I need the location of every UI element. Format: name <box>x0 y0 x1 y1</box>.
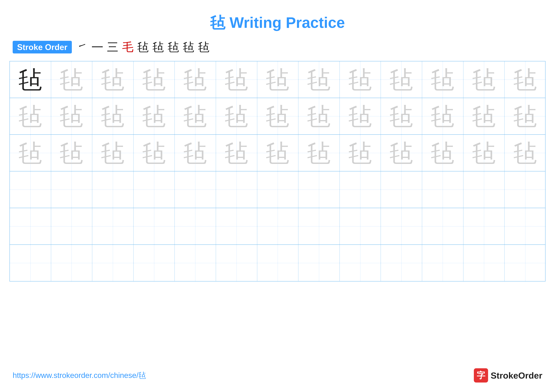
grid-cell-2-3[interactable]: 毡 <box>92 98 133 134</box>
grid-cell-5-9[interactable] <box>340 208 381 244</box>
grid-cell-1-1[interactable]: 毡 <box>10 61 51 98</box>
grid-cell-1-9[interactable]: 毡 <box>340 61 381 98</box>
char-display: 毡 <box>60 104 83 128</box>
page-title: 毡 Writing Practice <box>0 0 555 40</box>
char-display: 毡 <box>60 68 83 91</box>
grid-cell-4-1[interactable] <box>10 171 51 208</box>
grid-cell-3-7[interactable]: 毡 <box>257 135 299 171</box>
grid-cell-6-3[interactable] <box>92 245 133 281</box>
grid-cell-5-10[interactable] <box>381 208 422 244</box>
grid-cell-1-12[interactable]: 毡 <box>463 61 505 98</box>
grid-cell-5-12[interactable] <box>463 208 505 244</box>
grid-cell-2-9[interactable]: 毡 <box>340 98 381 134</box>
grid-cell-3-11[interactable]: 毡 <box>422 135 463 171</box>
grid-cell-1-13[interactable]: 毡 <box>504 61 546 98</box>
grid-cell-6-10[interactable] <box>381 245 422 281</box>
grid-cell-4-5[interactable] <box>175 171 216 208</box>
grid-cell-2-7[interactable]: 毡 <box>257 98 299 134</box>
char-display: 毡 <box>389 104 413 128</box>
grid-cell-3-9[interactable]: 毡 <box>340 135 381 171</box>
grid-cell-4-4[interactable] <box>133 171 175 208</box>
grid-cell-3-2[interactable]: 毡 <box>51 135 92 171</box>
grid-cell-4-2[interactable] <box>51 171 92 208</box>
char-display: 毡 <box>431 68 454 91</box>
grid-cell-4-9[interactable] <box>340 171 381 208</box>
grid-row-5 <box>10 208 545 245</box>
grid-cell-3-12[interactable]: 毡 <box>463 135 505 171</box>
grid-cell-1-10[interactable]: 毡 <box>381 61 422 98</box>
grid-cell-5-11[interactable] <box>422 208 463 244</box>
grid-cell-4-7[interactable] <box>257 171 299 208</box>
stroke-4: 毛 <box>122 40 133 55</box>
grid-cell-5-1[interactable] <box>10 208 51 244</box>
grid-cell-6-1[interactable] <box>10 245 51 281</box>
grid-cell-6-11[interactable] <box>422 245 463 281</box>
grid-cell-2-1[interactable]: 毡 <box>10 98 51 134</box>
char-display: 毡 <box>472 68 496 91</box>
grid-cell-5-5[interactable] <box>175 208 216 244</box>
grid-cell-1-2[interactable]: 毡 <box>51 61 92 98</box>
grid-cell-6-9[interactable] <box>340 245 381 281</box>
char-display: 毡 <box>101 104 125 128</box>
grid-cell-6-5[interactable] <box>175 245 216 281</box>
grid-cell-1-3[interactable]: 毡 <box>92 61 133 98</box>
grid-cell-6-6[interactable] <box>216 245 257 281</box>
grid-cell-5-2[interactable] <box>51 208 92 244</box>
char-display: 毡 <box>348 104 372 128</box>
stroke-6: 毡 <box>153 40 164 55</box>
stroke-9: 毡 <box>198 40 210 55</box>
grid-cell-4-12[interactable] <box>463 171 505 208</box>
grid-cell-1-5[interactable]: 毡 <box>175 61 216 98</box>
grid-cell-2-12[interactable]: 毡 <box>463 98 505 134</box>
grid-cell-5-3[interactable] <box>92 208 133 244</box>
grid-row-6 <box>10 245 545 281</box>
char-display: 毡 <box>19 68 42 91</box>
grid-cell-5-4[interactable] <box>133 208 175 244</box>
grid-cell-3-10[interactable]: 毡 <box>381 135 422 171</box>
footer-url[interactable]: https://www.strokeorder.com/chinese/毡 <box>13 370 146 380</box>
grid-cell-3-5[interactable]: 毡 <box>175 135 216 171</box>
grid-cell-6-13[interactable] <box>504 245 546 281</box>
footer-logo: 字 StrokeOrder <box>474 368 542 383</box>
grid-cell-2-2[interactable]: 毡 <box>51 98 92 134</box>
grid-cell-2-13[interactable]: 毡 <box>504 98 546 134</box>
grid-cell-2-6[interactable]: 毡 <box>216 98 257 134</box>
char-display: 毡 <box>389 68 413 91</box>
grid-cell-1-4[interactable]: 毡 <box>133 61 175 98</box>
grid-cell-4-6[interactable] <box>216 171 257 208</box>
grid-cell-3-8[interactable]: 毡 <box>298 135 340 171</box>
grid-cell-1-7[interactable]: 毡 <box>257 61 299 98</box>
grid-cell-4-13[interactable] <box>504 171 546 208</box>
grid-cell-2-5[interactable]: 毡 <box>175 98 216 134</box>
grid-cell-5-7[interactable] <box>257 208 299 244</box>
grid-cell-3-6[interactable]: 毡 <box>216 135 257 171</box>
grid-cell-4-10[interactable] <box>381 171 422 208</box>
grid-cell-3-1[interactable]: 毡 <box>10 135 51 171</box>
char-display: 毡 <box>225 104 248 128</box>
grid-cell-6-12[interactable] <box>463 245 505 281</box>
grid-cell-2-4[interactable]: 毡 <box>133 98 175 134</box>
grid-cell-3-3[interactable]: 毡 <box>92 135 133 171</box>
grid-cell-3-4[interactable]: 毡 <box>133 135 175 171</box>
grid-cell-6-7[interactable] <box>257 245 299 281</box>
grid-cell-1-8[interactable]: 毡 <box>298 61 340 98</box>
grid-cell-1-6[interactable]: 毡 <box>216 61 257 98</box>
grid-cell-5-8[interactable] <box>298 208 340 244</box>
char-display: 毡 <box>389 141 413 165</box>
grid-cell-2-10[interactable]: 毡 <box>381 98 422 134</box>
grid-cell-5-13[interactable] <box>504 208 546 244</box>
char-display: 毡 <box>513 68 537 91</box>
grid-cell-4-8[interactable] <box>298 171 340 208</box>
grid-cell-6-4[interactable] <box>133 245 175 281</box>
stroke-7: 毡 <box>168 40 179 55</box>
grid-cell-2-8[interactable]: 毡 <box>298 98 340 134</box>
grid-cell-6-8[interactable] <box>298 245 340 281</box>
grid-cell-5-6[interactable] <box>216 208 257 244</box>
stroke-2: ㇐ <box>92 40 103 55</box>
grid-cell-2-11[interactable]: 毡 <box>422 98 463 134</box>
grid-cell-4-3[interactable] <box>92 171 133 208</box>
grid-cell-6-2[interactable] <box>51 245 92 281</box>
grid-cell-4-11[interactable] <box>422 171 463 208</box>
grid-cell-1-11[interactable]: 毡 <box>422 61 463 98</box>
grid-cell-3-13[interactable]: 毡 <box>504 135 546 171</box>
